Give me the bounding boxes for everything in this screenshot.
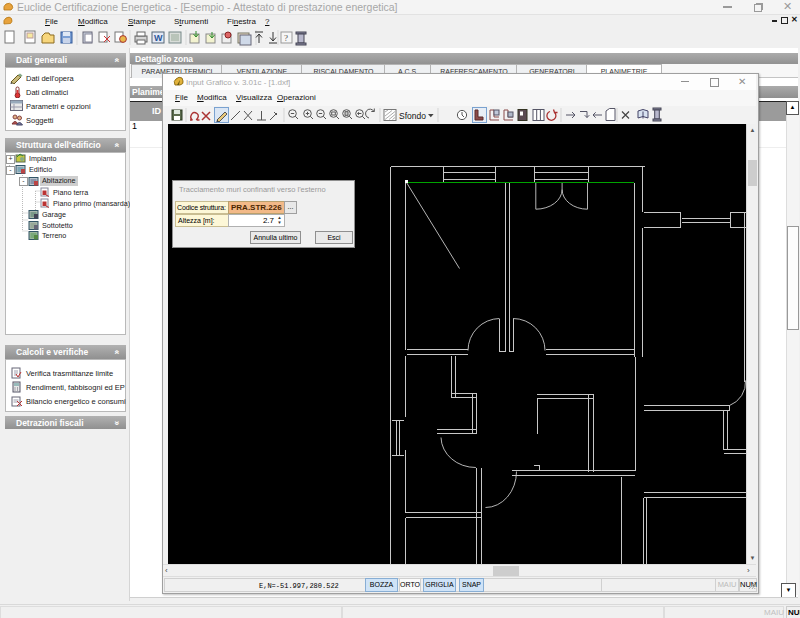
svg-text:W: W	[154, 33, 163, 43]
svg-text:Sfondo: Sfondo	[399, 111, 426, 121]
svg-text:?: ?	[284, 33, 288, 43]
